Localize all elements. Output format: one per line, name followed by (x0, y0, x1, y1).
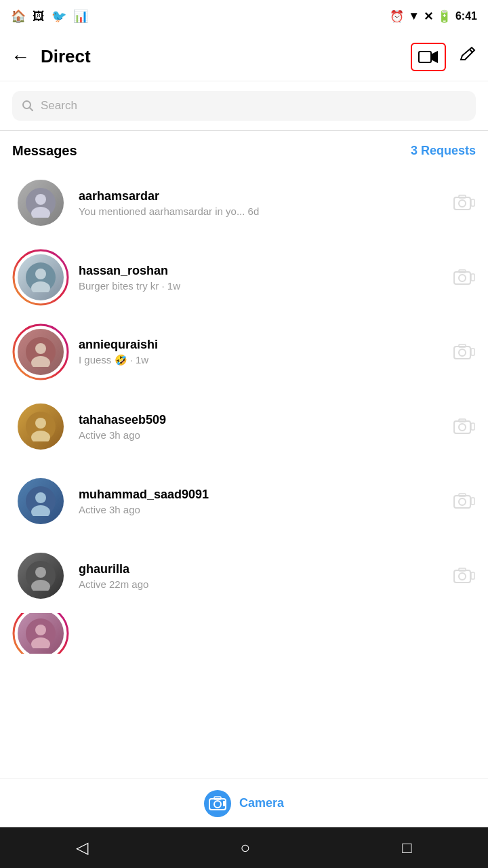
svg-rect-9 (454, 197, 470, 210)
list-item[interactable]: aarhamsardar You mentioned aarhamsardar … (0, 165, 488, 240)
svg-rect-49 (471, 572, 474, 579)
camera-icon (453, 342, 476, 361)
avatar (16, 401, 66, 452)
svg-rect-35 (471, 423, 474, 430)
message-content: aarhamsardar You mentioned aarhamsardar … (69, 189, 453, 217)
messages-section-header: Messages 3 Requests (0, 131, 488, 165)
camera-icon (453, 566, 476, 585)
requests-link[interactable]: 3 Requests (411, 144, 476, 158)
message-username: anniequraishi (79, 338, 443, 352)
message-username: aarhamsardar (79, 189, 443, 203)
svg-point-30 (35, 418, 46, 429)
svg-point-40 (459, 498, 466, 505)
avatar (16, 327, 66, 377)
svg-point-47 (459, 573, 466, 580)
notif-icon-1: 🏠 (11, 9, 26, 24)
message-content: ghaurilla Active 22m ago (69, 562, 453, 590)
status-right-icons: ⏰ ▼ ✕ 🔋 6:41 (390, 9, 477, 24)
list-item[interactable]: tahahaseeb509 Active 3h ago (0, 389, 488, 464)
header-right (411, 43, 477, 71)
svg-rect-28 (471, 349, 474, 355)
message-username: tahahaseeb509 (79, 413, 443, 427)
svg-rect-32 (454, 421, 470, 433)
list-item[interactable]: hassan_roshan Burger bites try kr · 1w (0, 240, 488, 315)
avatar-image (26, 188, 56, 218)
search-placeholder-text: Search (41, 99, 77, 113)
avatar-wrapper (12, 323, 69, 380)
list-item[interactable]: ghaurilla Active 22m ago (0, 538, 488, 613)
message-username: muhammad_saad9091 (79, 488, 443, 502)
notif-icon-4: 📊 (73, 9, 88, 24)
page-title: Direct (41, 46, 91, 67)
nav-back-button[interactable]: ◁ (76, 838, 88, 857)
camera-icon (453, 268, 476, 287)
svg-rect-12 (471, 199, 474, 206)
camera-bar: Camera (0, 778, 488, 827)
notif-icon-2: 🖼 (33, 9, 45, 24)
search-bar[interactable]: Search (12, 91, 476, 121)
svg-point-37 (35, 492, 46, 503)
avatar (16, 252, 66, 302)
avatar-wrapper (12, 398, 69, 455)
avatar-wrapper (12, 473, 69, 530)
svg-rect-25 (454, 347, 470, 359)
status-time: 6:41 (455, 10, 477, 22)
message-preview: Active 3h ago (79, 504, 443, 515)
svg-rect-58 (223, 801, 226, 806)
avatar (16, 551, 66, 601)
avatar-image (26, 561, 56, 591)
list-item[interactable]: muhammad_saad9091 Active 3h ago (0, 464, 488, 538)
status-left-icons: 🏠 🖼 🐦 📊 (11, 9, 88, 24)
svg-point-26 (459, 349, 466, 356)
message-preview: Active 3h ago (79, 429, 443, 441)
header: ← Direct (0, 33, 488, 81)
search-icon (22, 100, 34, 112)
avatar-image (26, 618, 56, 648)
back-button[interactable]: ← (11, 47, 30, 66)
list-item[interactable] (0, 613, 488, 654)
message-preview: Burger bites try kr · 1w (79, 280, 443, 292)
avatar (16, 476, 66, 526)
avatar-image (26, 486, 56, 516)
alarm-icon: ⏰ (390, 9, 404, 24)
wifi-icon: ▼ (408, 9, 420, 23)
message-username: ghaurilla (79, 562, 443, 576)
nav-home-button[interactable]: ○ (240, 838, 250, 857)
svg-point-54 (204, 790, 231, 817)
message-list: aarhamsardar You mentioned aarhamsardar … (0, 165, 488, 654)
svg-marker-1 (431, 51, 438, 63)
video-call-button[interactable] (411, 43, 446, 71)
avatar-wrapper (12, 174, 69, 231)
svg-rect-20 (471, 274, 474, 281)
compose-button[interactable] (458, 45, 477, 68)
svg-point-7 (35, 194, 46, 205)
camera-icon (453, 417, 476, 436)
camera-icon (453, 492, 476, 511)
message-content: anniequraishi I guess 🤣 · 1w (69, 338, 453, 366)
signal-icon: ✕ (424, 9, 433, 24)
svg-point-52 (35, 625, 46, 635)
camera-icon (453, 193, 476, 212)
svg-point-18 (459, 275, 466, 281)
message-preview: You mentioned aarhamsardar in yo... 6d (79, 205, 443, 217)
message-preview: Active 22m ago (79, 578, 443, 590)
video-camera-icon (418, 50, 439, 64)
nav-recent-button[interactable]: □ (402, 838, 412, 857)
status-bar: 🏠 🖼 🐦 📊 ⏰ ▼ ✕ 🔋 6:41 (0, 0, 488, 33)
message-username: hassan_roshan (79, 264, 443, 278)
list-item[interactable]: anniequraishi I guess 🤣 · 1w (0, 315, 488, 389)
camera-label[interactable]: Camera (239, 796, 284, 810)
svg-rect-0 (419, 52, 431, 62)
header-left: ← Direct (11, 46, 91, 67)
nav-bar: ◁ ○ □ (0, 827, 488, 868)
svg-rect-46 (454, 570, 470, 583)
avatar-image (26, 412, 56, 441)
battery-icon: 🔋 (437, 9, 451, 24)
avatar-image (26, 337, 56, 367)
svg-point-23 (35, 343, 46, 354)
svg-point-10 (459, 200, 466, 207)
camera-bar-icon (204, 790, 231, 817)
message-preview: I guess 🤣 · 1w (79, 354, 443, 366)
avatar (16, 613, 66, 654)
avatar-image (26, 262, 56, 292)
